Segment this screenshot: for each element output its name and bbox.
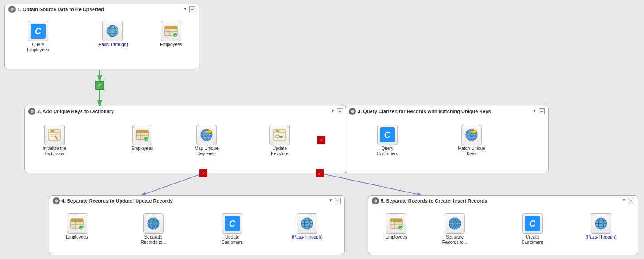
group-4-icon: ⚙ [53,197,60,204]
group-3-header: ⚙ 3. Query Clarizen for Records with Mat… [345,106,548,117]
query-customers-icon: C [380,127,395,142]
group-2: ⚙ 2. Add Unique Keys to Dictionary ▼ − [24,106,347,173]
svg-rect-74 [470,131,475,132]
query-employees-icon-box: C [28,21,48,41]
node-employees-2[interactable]: ✓ Employees [127,125,158,151]
node-init-dict[interactable]: Initialize the Dictionary [39,125,70,157]
svg-rect-78 [71,219,83,222]
group-4-collapse[interactable]: − [335,198,341,204]
svg-rect-65 [279,136,283,137]
map-unique-key-icon [199,127,214,142]
create-customers-icon-box: C [522,213,543,234]
svg-rect-61 [274,129,285,141]
update-keystore-icon [272,127,287,142]
group-2-collapse[interactable]: − [337,108,343,114]
pass-through-1-label: (Pass-Through) [97,42,128,47]
group-5-dropdown[interactable]: ▼ [622,198,626,204]
node-employees-4[interactable]: ✓ Employees [381,213,412,240]
svg-text:✓: ✓ [80,227,83,230]
svg-text:✓: ✓ [145,138,148,141]
green-check-1: ✓ [95,81,104,90]
group-1-header: ⚙ 1. Obtain Source Data to Be Upserted ▼… [5,4,199,15]
group-2-icon: ⚙ [28,108,35,115]
svg-rect-76 [472,132,473,133]
node-separate-records-1[interactable]: Separate Records to... [138,213,169,245]
group-3-collapse[interactable]: − [539,108,545,114]
group-1-icon: ⚙ [8,6,16,13]
error-check-3: ✓ [316,169,324,177]
query-employees-label: Query Employees [23,42,54,53]
error-check-2-icon: ✓ [317,136,325,144]
svg-rect-75 [470,132,471,133]
svg-rect-67 [280,137,281,138]
update-customers-icon-box: C [222,213,242,234]
employees-1-icon: ✓ [164,24,179,39]
group-5: ⚙ 5. Separate Records to Create; Insert … [368,195,638,255]
match-unique-keys-icon-box [461,125,482,145]
create-customers-icon: C [525,216,540,231]
group-1-dropdown[interactable]: ▼ [183,6,187,12]
employees-4-icon-box: ✓ [386,213,406,234]
node-pass-through-2[interactable]: (Pass-Through) [292,213,323,240]
node-map-unique-key[interactable]: Map Unique Key Field [191,125,222,157]
svg-rect-41 [51,130,54,132]
node-separate-records-2[interactable]: Separate Records to... [439,213,470,245]
group-1: ⚙ 1. Obtain Source Data to Be Upserted ▼… [4,4,199,69]
svg-text:✓: ✓ [399,227,402,230]
employees-2-icon-box: ✓ [132,125,152,145]
node-create-customers[interactable]: C Create Customers [517,213,548,245]
svg-rect-47 [136,130,148,133]
group-2-dropdown[interactable]: ▼ [331,108,335,114]
update-keystore-icon-box [269,125,290,145]
employees-1-label: Employees [160,42,182,47]
node-update-keystore[interactable]: Update Keystore [264,125,295,157]
group-5-icon: ⚙ [372,197,379,204]
svg-rect-60 [207,132,208,133]
match-unique-keys-label: Match Unique Keys [456,146,487,157]
group-3-icon: ⚙ [349,108,356,115]
group-1-title: 1. Obtain Source Data to Be Upserted [17,7,104,12]
node-query-customers[interactable]: C Query Customers [372,125,403,157]
separate-records-2-label: Separate Records to... [439,235,470,245]
node-match-unique-keys[interactable]: Match Unique Keys [456,125,487,157]
svg-rect-93 [390,219,402,222]
employees-3-icon-box: ✓ [67,213,87,234]
init-dict-icon-box [44,125,65,145]
node-update-customers[interactable]: C Update Customers [217,213,248,245]
init-dict-label: Initialize the Dictionary [39,146,70,157]
svg-rect-66 [281,137,282,138]
pass-through-2-label: (Pass-Through) [292,235,322,240]
group-4-title: 4. Separate Records to Update; Update Re… [62,198,173,204]
node-pass-through-1[interactable]: (Pass-Through) [97,21,128,47]
group-4-dropdown[interactable]: ▼ [328,198,333,204]
group-3-dropdown[interactable]: ▼ [532,108,537,114]
map-unique-key-label: Map Unique Key Field [191,146,222,157]
map-unique-key-icon-box [196,125,217,145]
employees-2-label: Employees [131,146,153,151]
green-check-1-icon: ✓ [95,81,104,90]
query-customers-label: Query Customers [372,146,403,157]
node-employees-3[interactable]: ✓ Employees [62,213,93,240]
main-canvas: ⚙ 1. Obtain Source Data to Be Upserted ▼… [0,0,644,259]
update-keystore-label: Update Keystore [264,146,295,157]
svg-line-14 [319,173,421,195]
group-3-title: 3. Query Clarizen for Records with Match… [358,109,491,114]
create-customers-label: Create Customers [517,235,548,245]
node-employees-1[interactable]: ✓ Employees [156,21,187,47]
svg-rect-34 [165,26,177,29]
separate-records-1-icon-box [143,213,164,234]
pass-through-1-icon-box [102,21,123,41]
group-1-collapse[interactable]: − [189,6,195,12]
update-customers-icon: C [225,216,240,231]
node-query-employees[interactable]: C Query Employees [23,21,54,53]
pass-through-3-icon-box [591,213,611,234]
error-check-2: ✓ [317,136,325,144]
svg-rect-59 [205,132,206,133]
separate-records-2-icon [447,216,462,231]
update-customers-label: Update Customers [217,235,248,245]
error-check-3-icon: ✓ [316,169,324,177]
pass-through-2-icon [300,216,315,231]
group-5-collapse[interactable]: − [628,198,634,204]
pass-through-1-icon [105,24,120,39]
node-pass-through-3[interactable]: (Pass-Through) [585,213,617,240]
